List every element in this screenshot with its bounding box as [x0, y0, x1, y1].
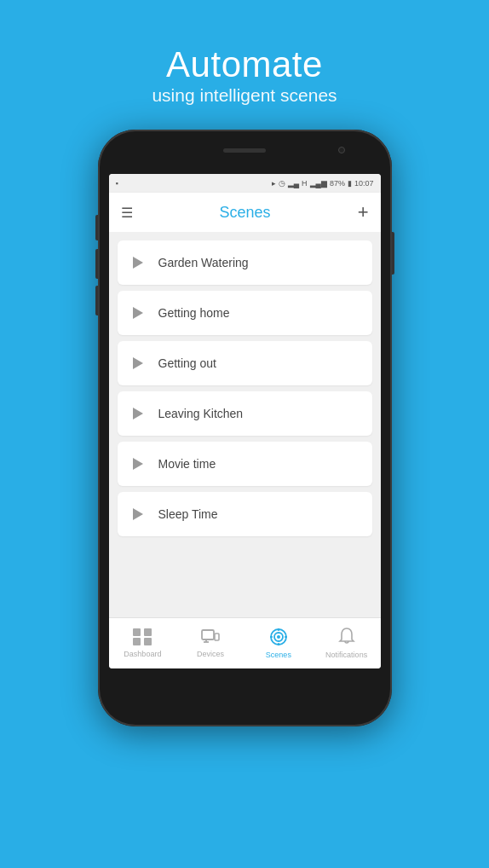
scene-item[interactable]: Getting out	[118, 341, 372, 385]
nav-item-scenes[interactable]: Scenes	[244, 618, 313, 668]
volume-down-button	[95, 249, 98, 279]
play-button[interactable]	[129, 254, 147, 271]
power-button	[392, 232, 394, 275]
phone-speaker	[223, 148, 266, 153]
scene-item[interactable]: Getting home	[118, 291, 372, 335]
svg-rect-5	[215, 634, 219, 640]
add-scene-button[interactable]: +	[358, 201, 369, 223]
scene-name: Getting out	[158, 356, 217, 370]
page-header: Automate using intelligent scenes	[152, 0, 337, 130]
scene-name: Movie time	[158, 457, 216, 471]
play-button[interactable]	[129, 304, 147, 321]
nav-label-devices: Devices	[197, 650, 224, 658]
devices-icon	[201, 628, 220, 648]
svg-rect-1	[144, 628, 152, 636]
scene-item[interactable]: Garden Watering	[118, 240, 372, 285]
silent-button	[95, 286, 98, 315]
battery-icon: ▮	[348, 179, 352, 188]
header-title: Automate	[152, 44, 337, 85]
play-icon	[133, 257, 143, 269]
scene-item[interactable]: Leaving Kitchen	[118, 391, 372, 436]
nav-item-dashboard[interactable]: Dashboard	[109, 618, 177, 668]
scene-name: Getting home	[158, 306, 230, 320]
alarm-icon: ◷	[279, 179, 285, 188]
volume-up-button	[95, 215, 98, 240]
clock: 10:07	[354, 179, 374, 188]
play-button[interactable]	[129, 355, 147, 372]
signal-bars-icon: ▂▄▆	[310, 179, 327, 188]
play-icon	[133, 307, 143, 319]
status-bar-right: ▸ ◷ ▂▄ H ▂▄▆ 87% ▮ 10:07	[272, 179, 374, 188]
play-button[interactable]	[129, 405, 147, 422]
phone-screen: ▪ ▸ ◷ ▂▄ H ▂▄▆ 87% ▮ 10:07 ☰ Scenes +	[109, 174, 381, 668]
play-icon	[133, 357, 143, 369]
nav-label-dashboard: Dashboard	[124, 650, 161, 658]
notifications-icon	[338, 628, 355, 649]
scenes-icon	[269, 628, 288, 649]
network-type-icon: H	[302, 179, 308, 188]
scene-name: Sleep Time	[158, 507, 218, 521]
nav-label-notifications: Notifications	[325, 651, 367, 659]
status-bar-left: ▪	[116, 179, 118, 188]
scene-name: Garden Watering	[158, 256, 249, 269]
play-button[interactable]	[129, 455, 147, 472]
phone-mockup: ▪ ▸ ◷ ▂▄ H ▂▄▆ 87% ▮ 10:07 ☰ Scenes +	[98, 130, 392, 726]
svg-rect-4	[202, 630, 214, 639]
phone-camera	[338, 147, 345, 153]
bluetooth-icon: ▸	[272, 179, 276, 188]
signal-icon: ▂▄	[288, 179, 299, 188]
nav-label-scenes: Scenes	[266, 651, 291, 659]
bottom-nav: Dashboard Devices	[109, 617, 381, 668]
scene-item[interactable]: Sleep Time	[118, 492, 372, 536]
status-bar: ▪ ▸ ◷ ▂▄ H ▂▄▆ 87% ▮ 10:07	[109, 174, 381, 193]
battery-percent: 87%	[330, 179, 345, 188]
header-subtitle: using intelligent scenes	[152, 85, 337, 106]
scenes-list: Garden Watering Getting home Getting out…	[109, 232, 381, 617]
svg-rect-2	[133, 638, 141, 645]
phone-body: ▪ ▸ ◷ ▂▄ H ▂▄▆ 87% ▮ 10:07 ☰ Scenes +	[98, 130, 392, 726]
dashboard-icon	[133, 628, 152, 648]
nav-item-notifications[interactable]: Notifications	[313, 618, 381, 668]
app-bar: ☰ Scenes +	[109, 193, 381, 232]
app-bar-title: Scenes	[220, 204, 271, 222]
svg-rect-3	[144, 638, 152, 645]
play-button[interactable]	[129, 506, 147, 523]
svg-point-10	[277, 635, 280, 639]
notification-icon: ▪	[116, 179, 118, 188]
play-icon	[133, 508, 143, 520]
nav-item-devices[interactable]: Devices	[176, 618, 244, 668]
svg-rect-0	[133, 628, 141, 636]
scene-item[interactable]: Movie time	[118, 442, 372, 486]
play-icon	[133, 408, 143, 420]
menu-button[interactable]: ☰	[121, 205, 133, 221]
play-icon	[133, 458, 143, 470]
scene-name: Leaving Kitchen	[158, 407, 244, 420]
